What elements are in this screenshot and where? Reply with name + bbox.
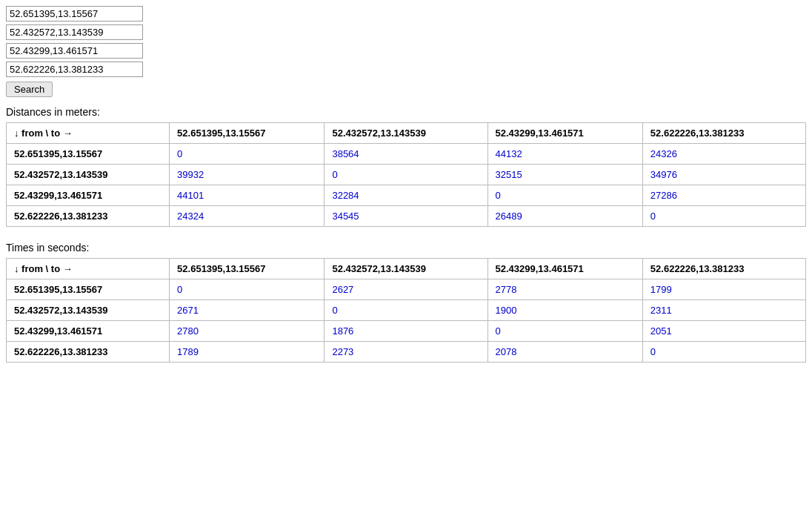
times-cell[interactable]: 2780 [170,321,325,342]
time-link[interactable]: 1789 [177,346,199,357]
table-row: 52.432572,13.1435392671019002311 [7,300,806,321]
time-link[interactable]: 2078 [496,346,517,357]
distances-cell: 0 [487,185,642,206]
row-label: 52.651395,13.15567 [7,144,170,165]
times-cell[interactable]: 2778 [487,279,642,300]
time-link[interactable]: 2311 [650,305,672,316]
row-label: 52.43299,13.461571 [7,185,170,206]
time-link[interactable]: 0 [332,305,337,316]
distances-cell[interactable]: 44101 [170,185,325,206]
row-label: 52.432572,13.143539 [7,300,170,321]
distances-cell[interactable]: 34976 [642,165,805,185]
distances-col-1-header: 52.651395,13.15567 [170,123,325,144]
table-row: 52.622226,13.3812332432434545264890 [7,206,806,227]
table-row: 52.43299,13.4615712780187602051 [7,321,806,342]
times-col-2-header: 52.432572,13.143539 [325,259,487,279]
coord-input-2[interactable] [6,24,143,40]
coord-input-3[interactable] [6,43,143,59]
distance-link[interactable]: 34545 [332,211,359,222]
distances-cell: 0 [170,144,325,165]
table-row: 52.622226,13.3812331789227320780 [7,342,806,363]
distance-link[interactable]: 32515 [496,169,522,180]
time-link[interactable]: 0 [496,325,501,337]
table-row: 52.651395,13.155670385644413224326 [7,144,806,165]
times-col-1-header: 52.651395,13.15567 [170,259,325,279]
time-link[interactable]: 1799 [650,284,672,295]
time-link[interactable]: 2780 [177,325,199,337]
times-col-4-header: 52.622226,13.381233 [642,259,805,279]
distances-title: Distances in meters: [6,106,806,118]
table-row: 52.43299,13.4615714410132284027286 [7,185,806,206]
times-cell[interactable]: 0 [487,321,642,342]
times-cell[interactable]: 0 [642,342,805,363]
times-cell[interactable]: 1900 [487,300,642,321]
search-button[interactable]: Search [6,82,53,97]
times-cell[interactable]: 1876 [325,321,487,342]
row-label: 52.432572,13.143539 [7,165,170,185]
distances-cell[interactable]: 38564 [325,144,487,165]
distance-link[interactable]: 44132 [496,148,522,159]
distances-cell[interactable]: 24326 [642,144,805,165]
time-link[interactable]: 2778 [496,284,517,295]
distances-from-to-header: ↓ from \ to → [7,123,170,144]
inputs-section: Search [6,6,806,97]
distance-link[interactable]: 44101 [177,190,204,201]
times-cell[interactable]: 0 [325,300,487,321]
distance-link[interactable]: 0 [496,190,501,201]
times-col-3-header: 52.43299,13.461571 [487,259,642,279]
distances-col-4-header: 52.622226,13.381233 [642,123,805,144]
distances-table: ↓ from \ to → 52.651395,13.15567 52.4325… [6,122,806,227]
times-title: Times in seconds: [6,242,806,254]
distance-link[interactable]: 0 [332,169,337,180]
time-link[interactable]: 2671 [177,305,199,316]
times-cell[interactable]: 2078 [487,342,642,363]
distance-link[interactable]: 34976 [650,169,677,180]
distances-cell[interactable]: 39932 [170,165,325,185]
distance-link[interactable]: 24324 [177,211,204,222]
times-cell[interactable]: 2051 [642,321,805,342]
times-cell[interactable]: 1799 [642,279,805,300]
coord-input-1[interactable] [6,6,143,21]
times-from-to-header: ↓ from \ to → [7,259,170,279]
distance-link[interactable]: 39932 [177,169,204,180]
distances-cell[interactable]: 26489 [487,206,642,227]
time-link[interactable]: 2051 [650,325,672,337]
times-cell[interactable]: 2627 [325,279,487,300]
times-cell[interactable]: 2311 [642,300,805,321]
distance-link[interactable]: 26489 [496,211,522,222]
time-link[interactable]: 2273 [332,346,353,357]
row-label: 52.622226,13.381233 [7,206,170,227]
coord-input-4[interactable] [6,62,143,77]
row-label: 52.43299,13.461571 [7,321,170,342]
time-link[interactable]: 2627 [332,284,353,295]
table-row: 52.432572,13.1435393993203251534976 [7,165,806,185]
distances-cell[interactable]: 32515 [487,165,642,185]
distances-cell: 0 [325,165,487,185]
distance-link[interactable]: 38564 [332,148,359,159]
distances-col-2-header: 52.432572,13.143539 [325,123,487,144]
times-cell[interactable]: 1789 [170,342,325,363]
time-link[interactable]: 1900 [496,305,517,316]
distances-cell[interactable]: 24324 [170,206,325,227]
row-label: 52.651395,13.15567 [7,279,170,300]
times-table: ↓ from \ to → 52.651395,13.15567 52.4325… [6,258,806,363]
distances-col-3-header: 52.43299,13.461571 [487,123,642,144]
distances-cell: 0 [642,206,805,227]
distance-link[interactable]: 27286 [650,190,677,201]
distances-cell[interactable]: 34545 [325,206,487,227]
distance-link[interactable]: 0 [650,211,656,222]
distances-cell[interactable]: 32284 [325,185,487,206]
times-cell[interactable]: 0 [170,279,325,300]
distance-link[interactable]: 0 [177,148,182,159]
distances-cell[interactable]: 44132 [487,144,642,165]
time-link[interactable]: 1876 [332,325,353,337]
table-row: 52.651395,13.155670262727781799 [7,279,806,300]
times-cell[interactable]: 2671 [170,300,325,321]
time-link[interactable]: 0 [650,346,656,357]
distance-link[interactable]: 32284 [332,190,359,201]
times-cell[interactable]: 2273 [325,342,487,363]
distance-link[interactable]: 24326 [650,148,677,159]
distances-cell[interactable]: 27286 [642,185,805,206]
time-link[interactable]: 0 [177,284,182,295]
row-label: 52.622226,13.381233 [7,342,170,363]
